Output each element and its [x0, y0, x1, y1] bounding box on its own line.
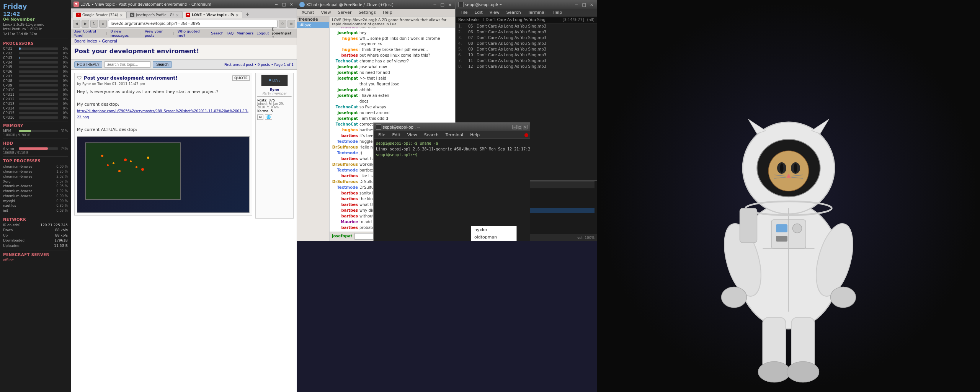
terminal-close-btn[interactable]: × [523, 125, 528, 129]
playlist-item[interactable]: 5.09 I Don't Care As Long As You Sing.mp… [456, 46, 597, 52]
search-topic-input[interactable] [105, 61, 150, 68]
post-title: Post your development enviroment! [74, 47, 294, 55]
chat-text: chrome has a pdf viewer? [359, 59, 454, 64]
url-bar[interactable]: love2d.org/forums/viewtopic.php?f=3&t=38… [108, 20, 278, 28]
dropbox-link[interactable]: http://dl.dropbox.com/u/7905642/scrymnst… [77, 109, 248, 119]
window-minimize-btn[interactable]: − [273, 2, 279, 7]
xchat-minimize-btn[interactable]: − [432, 2, 438, 7]
chat-nick: josefnpat [331, 30, 358, 36]
toolbar-members[interactable]: Members [237, 31, 253, 35]
system-info: Linux 2.6.38-11-generic Intel Pentium 1.… [3, 22, 68, 37]
settings-btn[interactable]: ≡ [287, 20, 295, 28]
first-unread-link[interactable]: First unread post • 9 posts • Page 1 of … [224, 63, 294, 67]
playlist-item[interactable]: 7.11 I Don't Care As Long As You Sing.mp… [456, 58, 597, 64]
music-minimize-btn[interactable]: − [573, 2, 579, 7]
playlist-item[interactable]: 2.06 I Don't Care As Long As You Sing.mp… [456, 29, 597, 35]
xchat-menu-settings[interactable]: Settings [356, 9, 379, 16]
toolbar-search-link[interactable]: Search [211, 31, 224, 35]
xchat-menu-help[interactable]: Help [380, 9, 395, 16]
tab-love-active[interactable]: ♥ LOVE • View topic - Post... × [182, 11, 242, 18]
playlist-item[interactable]: 3.07 I Don't Care As Long As You Sing.mp… [456, 35, 597, 41]
toolbar-view-posts[interactable]: View your posts [145, 29, 170, 38]
toolbar-faq[interactable]: FAQ [227, 31, 234, 35]
tab-love-close-icon[interactable]: × [235, 13, 238, 17]
pm-icon[interactable]: ✉ [257, 114, 263, 120]
terminal-menu-view[interactable]: View [404, 132, 420, 138]
window-close-btn[interactable]: × [289, 2, 294, 7]
tab-profile[interactable]: G josefnpat's Profile - Git... × [126, 11, 182, 18]
window-maximize-btn[interactable]: □ [281, 2, 287, 7]
home-btn[interactable]: ⌂ [99, 20, 107, 28]
chat-nick: josefnpat [331, 76, 358, 81]
user-posts: Posts: 875 [257, 98, 292, 102]
post-card: 🛡 Post your development enviroment! QUOT… [74, 73, 252, 216]
terminal-menu-file[interactable]: File [375, 132, 388, 138]
postreply-btn[interactable]: POSTREPLY [74, 61, 102, 68]
music-terminal-icon [458, 2, 464, 7]
music-menu-view[interactable]: View [487, 9, 503, 16]
desktop-screenshot [77, 136, 250, 213]
xchat-menu-server[interactable]: Server [335, 9, 355, 16]
toolbar-user-ctrl-link[interactable]: User Control Panel [74, 29, 103, 38]
terminal-menu-terminal[interactable]: Terminal [443, 132, 467, 138]
chat-nick: josefnpat [331, 64, 358, 70]
music-close-btn[interactable]: × [589, 2, 595, 7]
terminal-menu-edit[interactable]: Edit [389, 132, 403, 138]
quote-icon[interactable]: QUOTE [232, 75, 250, 81]
xchat-menu-xchat[interactable]: XChat [299, 9, 317, 16]
chat-text: but where does linux come into this? [359, 53, 454, 58]
music-menu-search[interactable]: Search [503, 9, 524, 16]
cpu-bar-row-cpu12: CPU12 0% [3, 97, 68, 101]
tab-profile-close-icon[interactable]: × [176, 13, 179, 17]
chat-nick: hughes [331, 36, 358, 47]
tab-google-reader[interactable]: R Google Reader (324) × [73, 11, 126, 18]
bookmark-btn[interactable]: ☆ [279, 20, 286, 28]
toolbar-separator2: | [140, 31, 142, 35]
new-tab-btn[interactable]: + [242, 10, 253, 18]
playlist-item[interactable]: 1.05 I Don't Care As Long As You Sing.mp… [456, 23, 597, 29]
process-item: init0.03 % [3, 208, 68, 213]
terminal-minimize-btn[interactable]: − [512, 125, 517, 129]
search-topic-btn[interactable]: Search [153, 61, 172, 68]
forward-btn[interactable]: ▶ [82, 20, 89, 28]
memory-track [19, 130, 58, 132]
music-maximize-btn[interactable]: □ [581, 2, 587, 7]
toolbar-logout[interactable]: Logout [256, 31, 269, 35]
chat-text: no need around [359, 110, 454, 116]
toolbar-quoted[interactable]: Who quoted me? [178, 29, 205, 38]
clock-date: 04 November [3, 17, 68, 22]
playlist-item[interactable]: 4.08 I Don't Care As Long As You Sing.mp… [456, 41, 597, 46]
cpu-bar-row-cpu3: CPU3 2% [3, 56, 68, 60]
xchat-maximize-btn[interactable]: □ [439, 2, 445, 7]
processors-section-title: PROCESSORS [3, 41, 68, 46]
post-title-area: Post your development enviroment! [71, 45, 297, 60]
autocomplete-item-nyxkn[interactable]: nyxkn [471, 226, 516, 234]
terminal-window-buttons: − □ × [512, 125, 528, 129]
back-btn[interactable]: ◀ [73, 20, 80, 28]
terminal-menu-search[interactable]: Search [421, 132, 442, 138]
playlist-item[interactable]: 6.10 I Don't Care As Long As You Sing.mp… [456, 52, 597, 58]
network-up-row: Up 88 kb/s [3, 233, 68, 238]
cpu-bars: CPU1 5% CPU2 0% CPU3 2% CPU4 0% CPU5 0% … [3, 47, 68, 119]
chat-text: no need for add- [359, 70, 454, 75]
chat-nick: Textmode [331, 185, 358, 190]
reload-btn[interactable]: ↻ [90, 20, 98, 28]
web-icon[interactable]: 🌐 [265, 114, 272, 120]
playlist-item[interactable]: 8.12 I Don't Care As Long As You Sing.mp… [456, 64, 597, 69]
chat-nick: Textmode [331, 150, 358, 156]
xchat-close-btn[interactable]: × [447, 2, 453, 7]
terminal-maximize-btn[interactable]: □ [518, 125, 522, 129]
cpu-bar-row-cpu15: CPU15 0% [3, 111, 68, 115]
music-menu-file[interactable]: File [457, 9, 470, 16]
toolbar-new-messages[interactable]: 0 new messages [111, 29, 137, 38]
autocomplete-item-oldtopman[interactable]: oldtopman [471, 234, 516, 241]
xchat-channel-love[interactable]: #love [297, 22, 329, 28]
browser-titlebar: ♥ LOVE • View topic - Post your developm… [71, 0, 297, 8]
tab-close-icon[interactable]: × [120, 13, 123, 17]
music-menu-help[interactable]: Help [549, 9, 565, 16]
music-menu-edit[interactable]: Edit [471, 9, 485, 16]
terminal-menu-help[interactable]: Help [467, 132, 483, 138]
music-menu-terminal[interactable]: Terminal [525, 9, 549, 16]
post-shield-icon: 🛡 [77, 75, 82, 81]
xchat-menu-view[interactable]: View [318, 9, 334, 16]
